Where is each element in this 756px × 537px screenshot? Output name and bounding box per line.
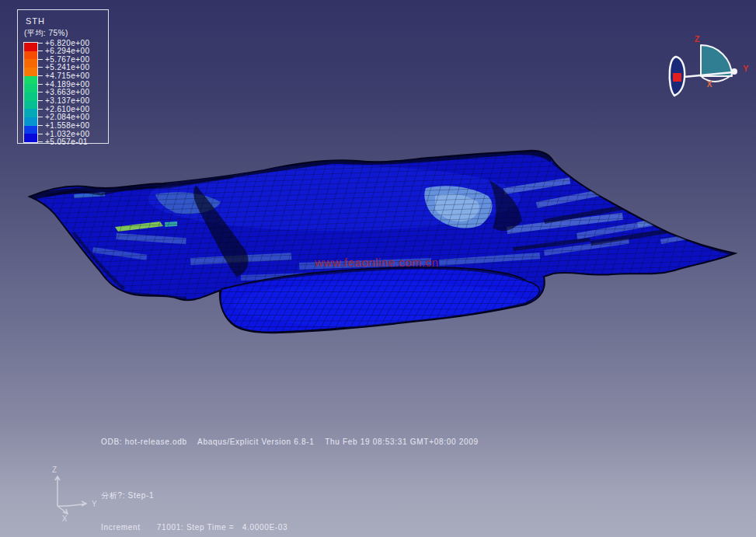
legend-scale-value: +1.558e+00 bbox=[37, 121, 89, 130]
legend-color-band bbox=[24, 109, 37, 117]
legend-color-band bbox=[24, 92, 37, 101]
compass-z-label: Z bbox=[695, 34, 700, 44]
legend-color-bar bbox=[24, 43, 37, 142]
legend-scale-value: +5.241e+00 bbox=[37, 63, 89, 71]
increment-line: Increment 71001: Step Time = 4.0000E-03 bbox=[101, 522, 287, 533]
legend-color-band bbox=[24, 76, 37, 85]
legend-scale-value: +1.032e+00 bbox=[37, 130, 89, 138]
legend-color-band bbox=[24, 117, 37, 126]
compass-fan bbox=[701, 45, 732, 76]
compass-y-label: Y bbox=[743, 64, 749, 73]
legend-scale: +6.820e+00+6.294e+00+5.767e+00+5.241e+00… bbox=[24, 43, 105, 142]
legend-title: STH bbox=[26, 16, 45, 26]
axis-triad: Z Y X bbox=[52, 466, 97, 523]
compass-free-rotate-handle[interactable] bbox=[673, 73, 681, 82]
frame-state-block: 分析?: Step-1 Increment 71001: Step Time =… bbox=[101, 469, 287, 537]
legend-color-band bbox=[24, 43, 37, 51]
view-compass[interactable]: Z Y X bbox=[670, 34, 749, 96]
legend-color-band bbox=[24, 68, 37, 76]
legend-scale-value: +5.057e-01 bbox=[37, 138, 88, 146]
legend-scale-value: +5.767e+00 bbox=[37, 55, 89, 64]
model-canvas[interactable]: Z Y X Z Y X bbox=[0, 0, 756, 537]
legend-scale-value: +2.610e+00 bbox=[37, 105, 89, 113]
legend-scale-value: +4.189e+00 bbox=[37, 80, 89, 89]
legend-color-band bbox=[24, 51, 37, 60]
contour-legend: STH (平均: 75%) +6.820e+00+6.294e+00+5.767… bbox=[17, 9, 109, 144]
triad-x-label: X bbox=[62, 514, 68, 523]
legend-scale-value: +6.820e+00 bbox=[37, 39, 89, 47]
legend-scale-value: +2.084e+00 bbox=[37, 113, 89, 121]
legend-color-band bbox=[24, 101, 37, 110]
legend-color-band bbox=[24, 59, 37, 68]
odb-title-line: ODB: hot-release.odb Abaqus/Explicit Ver… bbox=[101, 438, 479, 446]
legend-color-band bbox=[24, 134, 37, 142]
legend-scale-value: +3.137e+00 bbox=[37, 96, 89, 105]
legend-scale-value: +4.715e+00 bbox=[37, 71, 89, 80]
triad-z-label: Z bbox=[52, 466, 57, 474]
legend-color-band bbox=[24, 126, 37, 134]
compass-y-handle[interactable] bbox=[731, 68, 737, 75]
legend-color-band bbox=[24, 84, 37, 92]
abaqus-viewport[interactable]: Z Y X Z Y X www.feaonline.com.cn STH (平均… bbox=[0, 0, 756, 537]
deformed-mesh[interactable] bbox=[0, 117, 756, 350]
legend-scale-value: +3.663e+00 bbox=[37, 88, 89, 96]
legend-scale-value: +6.294e+00 bbox=[37, 47, 89, 55]
step-line: 分析?: Step-1 bbox=[101, 490, 287, 501]
legend-averaging: (平均: 75%) bbox=[24, 28, 68, 39]
compass-x-label: X bbox=[707, 80, 712, 89]
triad-y-label: Y bbox=[92, 500, 97, 508]
